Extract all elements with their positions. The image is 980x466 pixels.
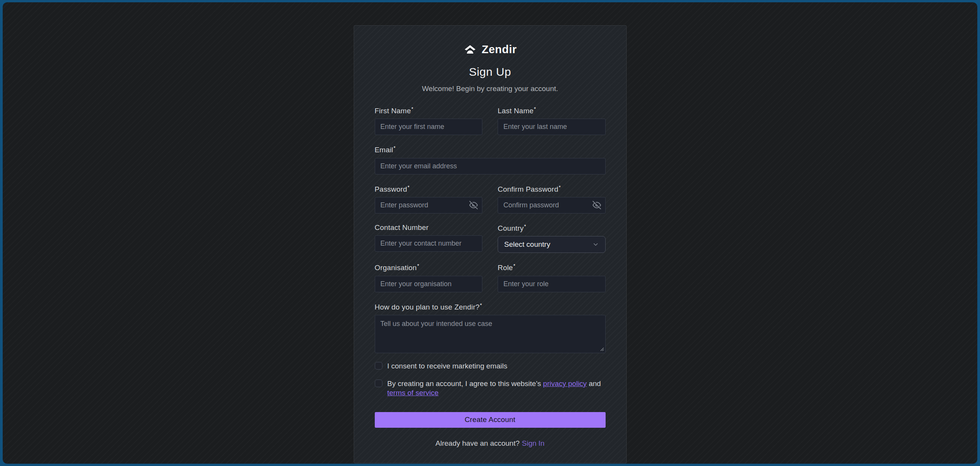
confirm-password-input[interactable] xyxy=(498,197,606,213)
eye-off-icon xyxy=(469,201,478,209)
page-title: Sign Up xyxy=(375,65,606,78)
terms-consent-label: By creating an account, I agree to this … xyxy=(387,379,606,398)
organisation-label: Organisation* xyxy=(375,263,483,272)
first-name-field-group: First Name* xyxy=(375,106,483,135)
marketing-consent-label: I consent to receive marketing emails xyxy=(387,362,508,371)
terms-consent-row: By creating an account, I agree to this … xyxy=(375,379,606,398)
country-field-group: Country* Select country xyxy=(498,223,606,253)
zendir-logo-icon xyxy=(463,42,477,56)
required-marker: * xyxy=(394,145,395,151)
eye-off-icon xyxy=(593,201,601,209)
required-marker: * xyxy=(534,106,536,112)
first-name-label: First Name* xyxy=(375,106,483,115)
use-case-field-group: How do you plan to use Zendir?* xyxy=(375,302,606,353)
chevron-down-icon xyxy=(592,241,599,248)
page-subtitle: Welcome! Begin by creating your account. xyxy=(375,85,606,93)
contact-number-input[interactable] xyxy=(375,235,483,252)
required-marker: * xyxy=(559,184,560,190)
email-label: Email* xyxy=(375,145,606,154)
terms-of-service-link[interactable]: terms of service xyxy=(387,389,439,397)
contact-number-label: Contact Number xyxy=(375,223,483,232)
country-select-value: Select country xyxy=(504,240,550,249)
toggle-password-visibility-button[interactable] xyxy=(469,200,479,210)
role-input[interactable] xyxy=(498,276,606,292)
country-label: Country* xyxy=(498,223,606,233)
first-name-input[interactable] xyxy=(375,119,483,135)
privacy-policy-link[interactable]: privacy policy xyxy=(543,380,587,388)
role-field-group: Role* xyxy=(498,263,606,292)
last-name-input[interactable] xyxy=(498,119,606,135)
signin-prompt: Already have an account? xyxy=(436,439,520,447)
use-case-label: How do you plan to use Zendir?* xyxy=(375,302,606,311)
signin-prompt-row: Already have an account?Sign In xyxy=(375,439,606,448)
last-name-field-group: Last Name* xyxy=(498,106,606,135)
confirm-password-label: Confirm Password* xyxy=(498,184,606,194)
country-select[interactable]: Select country xyxy=(498,236,606,253)
required-marker: * xyxy=(513,263,515,269)
required-marker: * xyxy=(524,223,526,229)
contact-number-field-group: Contact Number xyxy=(375,223,483,253)
page-background: Zendir Sign Up Welcome! Begin by creatin… xyxy=(3,2,977,464)
required-marker: * xyxy=(417,263,419,269)
toggle-confirm-password-visibility-button[interactable] xyxy=(592,200,602,210)
organisation-field-group: Organisation* xyxy=(375,263,483,292)
role-label: Role* xyxy=(498,263,606,272)
terms-consent-checkbox[interactable] xyxy=(375,380,382,387)
required-marker: * xyxy=(411,106,413,112)
email-input[interactable] xyxy=(375,158,606,174)
signup-card: Zendir Sign Up Welcome! Begin by creatin… xyxy=(354,25,627,463)
signup-form: First Name* Last Name* Email* Password* xyxy=(375,106,606,448)
brand-logo: Zendir xyxy=(375,42,606,56)
brand-name: Zendir xyxy=(482,43,517,56)
use-case-textarea[interactable] xyxy=(375,315,606,353)
email-field-group: Email* xyxy=(375,145,606,174)
password-label: Password* xyxy=(375,184,483,194)
marketing-consent-checkbox[interactable] xyxy=(375,362,382,370)
marketing-consent-row: I consent to receive marketing emails xyxy=(375,362,606,371)
required-marker: * xyxy=(408,184,410,190)
required-marker: * xyxy=(480,302,482,308)
last-name-label: Last Name* xyxy=(498,106,606,115)
password-input[interactable] xyxy=(375,197,483,213)
create-account-button[interactable]: Create Account xyxy=(375,412,606,428)
organisation-input[interactable] xyxy=(375,276,483,292)
signin-link[interactable]: Sign In xyxy=(522,439,544,447)
confirm-password-field-group: Confirm Password* xyxy=(498,184,606,213)
password-field-group: Password* xyxy=(375,184,483,213)
